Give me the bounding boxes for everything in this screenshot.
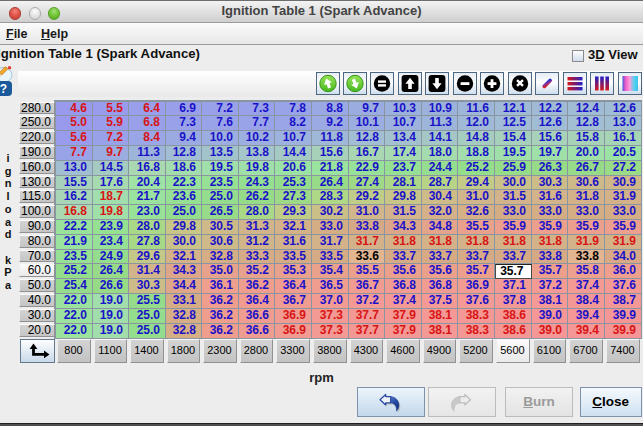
- svg-text:?: ?: [0, 82, 7, 96]
